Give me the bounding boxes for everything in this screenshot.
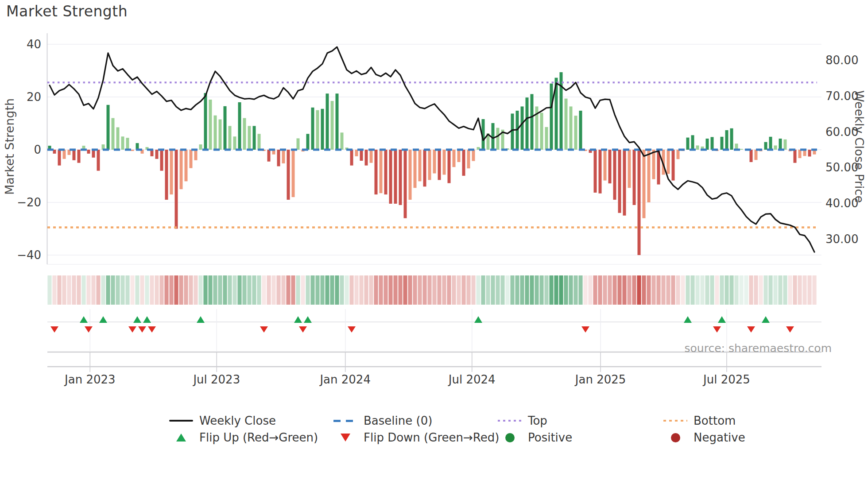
heatmap-cell bbox=[62, 275, 66, 305]
heatmap-cell bbox=[354, 275, 358, 305]
heatmap-cell bbox=[403, 275, 407, 305]
strength-bar bbox=[438, 150, 441, 180]
heatmap-cell bbox=[549, 275, 553, 305]
strength-bar bbox=[282, 150, 285, 163]
strength-bar bbox=[638, 150, 641, 255]
heatmap-cell bbox=[218, 275, 222, 305]
strength-bar bbox=[219, 120, 222, 150]
heatmap-cell bbox=[130, 275, 134, 305]
strength-bar bbox=[394, 150, 397, 204]
flip-down-marker bbox=[747, 326, 755, 333]
strength-bar bbox=[472, 150, 475, 161]
x-axis-tick-label: Jan 2023 bbox=[64, 373, 116, 386]
heatmap-cell bbox=[520, 275, 524, 305]
heatmap-cell bbox=[418, 275, 422, 305]
heatmap-cell bbox=[247, 275, 251, 305]
strength-bar bbox=[267, 150, 271, 162]
heatmap-cell bbox=[588, 275, 592, 305]
heatmap-cell bbox=[208, 275, 212, 305]
strength-bar bbox=[618, 150, 621, 213]
left-axis-tick-label: 0 bbox=[34, 143, 41, 156]
heatmap-cell bbox=[647, 275, 651, 305]
strength-bar bbox=[643, 150, 646, 218]
strength-bar bbox=[599, 150, 602, 194]
heatmap-cell bbox=[325, 275, 329, 305]
heatmap-cell bbox=[476, 275, 480, 305]
heatmap-cell bbox=[812, 275, 816, 305]
heatmap-cell bbox=[379, 275, 383, 305]
strength-bar bbox=[209, 100, 212, 150]
strength-bar bbox=[287, 150, 290, 200]
heatmap-cell bbox=[559, 275, 563, 305]
strength-bar bbox=[784, 139, 787, 150]
heatmap-cell bbox=[535, 275, 539, 305]
flip-down-marker bbox=[50, 326, 58, 333]
heatmap-cell bbox=[271, 275, 275, 305]
heatmap-cell bbox=[213, 275, 217, 305]
strength-bar bbox=[277, 150, 280, 166]
heatmap-cell bbox=[486, 275, 490, 305]
heatmap-cell bbox=[252, 275, 256, 305]
strength-bar bbox=[706, 139, 709, 150]
strength-bar bbox=[180, 150, 183, 189]
strength-bar bbox=[78, 150, 81, 163]
strength-bar bbox=[185, 150, 188, 181]
strength-bar bbox=[107, 105, 110, 150]
heatmap-cell bbox=[155, 275, 159, 305]
market-strength-dashboard: Market Strength Market Strength Weekly C… bbox=[0, 0, 868, 488]
strength-bar bbox=[570, 106, 573, 150]
heatmap-cell bbox=[359, 275, 363, 305]
strength-bar bbox=[652, 150, 655, 179]
strength-bar bbox=[224, 106, 227, 150]
heatmap-cell bbox=[763, 275, 767, 305]
strength-bar bbox=[126, 138, 129, 150]
strength-bar bbox=[423, 150, 426, 186]
heatmap-cell bbox=[505, 275, 509, 305]
heatmap-cell bbox=[457, 275, 461, 305]
heatmap-cell bbox=[413, 275, 417, 305]
heatmap-cell bbox=[57, 275, 61, 305]
heatmap-cell bbox=[179, 275, 183, 305]
heatmap-cell bbox=[91, 275, 95, 305]
strength-bar bbox=[233, 136, 236, 150]
flip-up-marker bbox=[684, 316, 692, 323]
flip-down-marker bbox=[786, 326, 794, 333]
heatmap-cell bbox=[700, 275, 704, 305]
heatmap-cell bbox=[111, 275, 115, 305]
strength-bar bbox=[526, 97, 529, 150]
heatmap-cell bbox=[232, 275, 236, 305]
strength-bar bbox=[214, 116, 217, 150]
heatmap-cell bbox=[612, 275, 616, 305]
strength-bar bbox=[740, 149, 743, 150]
heatmap-cell bbox=[598, 275, 602, 305]
strength-bar bbox=[633, 150, 636, 205]
heatmap-cell bbox=[695, 275, 699, 305]
heatmap-cell bbox=[656, 275, 660, 305]
flip-down-marker bbox=[138, 326, 146, 333]
heatmap-cell bbox=[437, 275, 441, 305]
strength-bar bbox=[160, 150, 163, 171]
strength-bar bbox=[467, 150, 470, 168]
heatmap-cell bbox=[637, 275, 641, 305]
strength-bar bbox=[521, 106, 524, 150]
heatmap-cell bbox=[773, 275, 777, 305]
heatmap-cell bbox=[120, 275, 124, 305]
heatmap-cell bbox=[184, 275, 188, 305]
heatmap-cell bbox=[301, 275, 305, 305]
strength-bar bbox=[677, 150, 680, 159]
heatmap-cell bbox=[496, 275, 500, 305]
heatmap-cell bbox=[525, 275, 529, 305]
strength-bar bbox=[370, 150, 373, 163]
heatmap-cell bbox=[330, 275, 334, 305]
heatmap-cell bbox=[67, 275, 71, 305]
flip-up-marker bbox=[80, 316, 88, 323]
strength-bar bbox=[243, 118, 246, 150]
strength-bar bbox=[496, 128, 500, 150]
strength-bar bbox=[311, 108, 314, 150]
flip-down-marker bbox=[128, 326, 136, 333]
strength-bar bbox=[755, 150, 758, 160]
strength-bar bbox=[691, 135, 694, 150]
heatmap-cell bbox=[466, 275, 470, 305]
left-axis-tick-label: 40 bbox=[27, 38, 41, 51]
strength-bar bbox=[399, 150, 402, 205]
